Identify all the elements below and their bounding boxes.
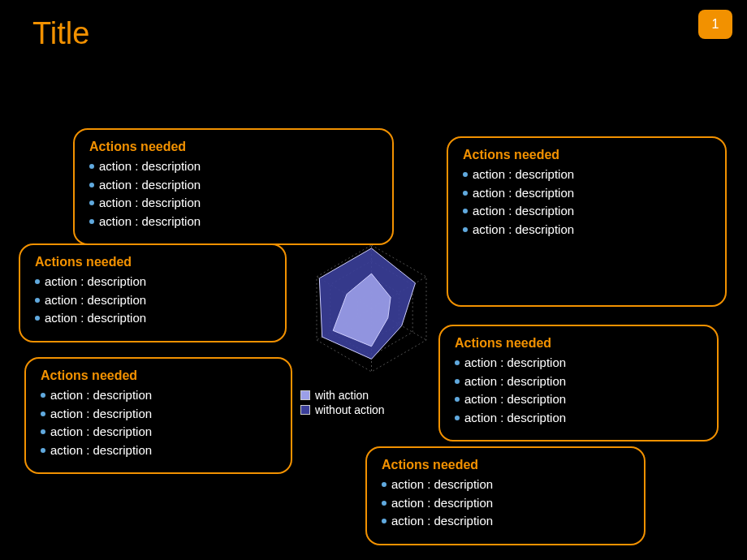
- list-item: action : description: [463, 166, 710, 184]
- legend-swatch-without: [300, 405, 310, 415]
- card-actions-2: Actions needed action : description acti…: [24, 357, 292, 474]
- list-item: action : description: [455, 409, 702, 428]
- card-heading: Actions needed: [455, 336, 702, 351]
- card-heading: Actions needed: [382, 458, 629, 472]
- card-heading: Actions needed: [89, 140, 378, 154]
- list-item: action : description: [89, 157, 378, 176]
- item-text: action : description: [464, 409, 566, 428]
- legend-item-without: without action: [300, 403, 455, 416]
- bullet-icon: [463, 227, 468, 232]
- card-heading: Actions needed: [463, 148, 710, 162]
- legend-swatch-with: [300, 390, 310, 400]
- bullet-icon: [382, 482, 386, 487]
- card-heading: Actions needed: [41, 368, 276, 383]
- item-text: action : description: [99, 213, 201, 231]
- item-text: action : description: [99, 194, 201, 213]
- list-item: action : description: [41, 386, 276, 405]
- item-text: action : description: [99, 157, 201, 176]
- radar-chart: with action without action: [300, 235, 455, 418]
- bullet-icon: [455, 397, 460, 402]
- page-number-badge: 1: [698, 10, 732, 39]
- list-item: action : description: [35, 291, 270, 310]
- bullet-icon: [463, 172, 468, 177]
- item-text: action : description: [50, 423, 152, 442]
- list-item: action : description: [89, 194, 378, 213]
- item-text: action : description: [391, 494, 493, 513]
- list-item: action : description: [463, 184, 710, 203]
- bullet-icon: [455, 360, 460, 365]
- bullet-icon: [455, 416, 460, 420]
- list-item: action : description: [41, 423, 276, 442]
- item-text: action : description: [473, 221, 574, 239]
- list-item: action : description: [382, 512, 629, 531]
- bullet-icon: [463, 209, 468, 213]
- item-text: action : description: [391, 512, 493, 531]
- list-item: action : description: [41, 442, 276, 460]
- item-text: action : description: [464, 373, 566, 391]
- legend-item-with: with action: [300, 389, 455, 402]
- item-text: action : description: [50, 442, 152, 460]
- bullet-icon: [41, 429, 45, 434]
- list-item: action : description: [455, 354, 702, 373]
- bullet-icon: [41, 393, 45, 398]
- bullet-icon: [41, 411, 45, 416]
- item-text: action : description: [473, 166, 574, 184]
- card-actions-3: Actions needed action : description acti…: [447, 136, 727, 307]
- card-heading: Actions needed: [35, 255, 270, 269]
- legend-label-with: with action: [315, 389, 369, 402]
- bullet-icon: [455, 379, 460, 384]
- item-text: action : description: [391, 476, 493, 494]
- bullet-icon: [89, 164, 94, 169]
- list-item: action : description: [455, 373, 702, 391]
- card-actions-0: Actions needed action : description acti…: [73, 128, 394, 245]
- item-text: action : description: [99, 176, 201, 195]
- card-actions-5: Actions needed action : description acti…: [365, 446, 646, 545]
- bullet-icon: [382, 519, 386, 523]
- bullet-icon: [41, 448, 45, 453]
- list-item: action : description: [89, 176, 378, 195]
- list-item: action : description: [455, 390, 702, 409]
- page-title: Title: [32, 16, 89, 51]
- item-text: action : description: [50, 405, 152, 424]
- item-text: action : description: [45, 273, 146, 291]
- bullet-icon: [89, 219, 94, 224]
- bullet-icon: [89, 200, 94, 205]
- list-item: action : description: [35, 273, 270, 291]
- chart-legend: with action without action: [300, 389, 455, 416]
- list-item: action : description: [382, 494, 629, 513]
- bullet-icon: [382, 501, 386, 506]
- bullet-icon: [35, 298, 40, 303]
- radar-chart-svg: [300, 235, 443, 377]
- card-actions-4: Actions needed action : description acti…: [438, 325, 719, 442]
- bullet-icon: [35, 316, 40, 321]
- bullet-icon: [89, 183, 94, 187]
- list-item: action : description: [463, 202, 710, 221]
- list-item: action : description: [89, 213, 378, 231]
- bullet-icon: [463, 191, 468, 196]
- bullet-icon: [35, 279, 40, 284]
- item-text: action : description: [45, 291, 146, 310]
- item-text: action : description: [45, 309, 146, 328]
- list-item: action : description: [382, 476, 629, 494]
- card-actions-1: Actions needed action : description acti…: [19, 243, 287, 342]
- item-text: action : description: [464, 354, 566, 373]
- item-text: action : description: [473, 184, 574, 203]
- item-text: action : description: [464, 390, 566, 409]
- item-text: action : description: [50, 386, 152, 405]
- list-item: action : description: [35, 309, 270, 328]
- list-item: action : description: [463, 221, 710, 239]
- list-item: action : description: [41, 405, 276, 424]
- item-text: action : description: [473, 202, 574, 221]
- legend-label-without: without action: [315, 403, 385, 416]
